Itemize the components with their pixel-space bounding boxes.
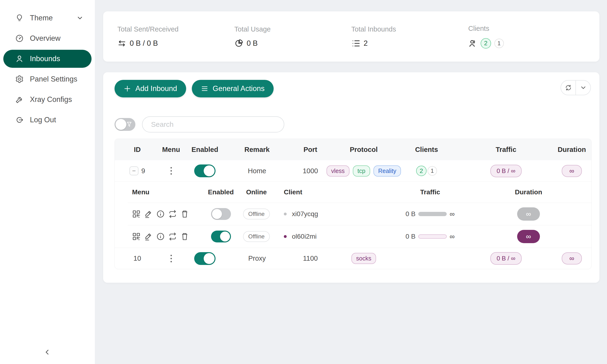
duration-pill: ∞ bbox=[562, 252, 582, 264]
transfer-icon bbox=[117, 39, 126, 48]
client-name: ol60i2mi bbox=[292, 233, 317, 240]
clients-online-badge: 2 bbox=[416, 166, 427, 176]
row-menu-button[interactable] bbox=[169, 253, 173, 264]
client-enabled-toggle[interactable] bbox=[211, 208, 231, 220]
online-status-badge: Offline bbox=[243, 208, 270, 220]
traffic-pill: 0 B / ∞ bbox=[490, 165, 521, 177]
plus-icon bbox=[123, 85, 131, 92]
stat-total-inbounds: Total Inbounds 2 bbox=[351, 25, 468, 48]
stat-label: Total Sent/Received bbox=[117, 25, 234, 33]
sub-col-header-enabled: Enabled bbox=[204, 188, 238, 196]
sidebar: Theme Overview Inbounds Panel Settings bbox=[0, 0, 95, 364]
inbound-id: 9 bbox=[141, 167, 145, 175]
qr-code-icon[interactable] bbox=[132, 232, 141, 241]
delete-icon[interactable] bbox=[180, 210, 189, 218]
stat-label: Clients bbox=[468, 25, 585, 32]
sidebar-item-theme[interactable]: Theme bbox=[3, 9, 92, 27]
client-row-ol60i2mi: Offline ol60i2mi 0 B ∞ ∞ bbox=[128, 225, 591, 248]
protocol-tag-socks: socks bbox=[351, 253, 376, 264]
refresh-icon bbox=[565, 84, 572, 91]
edit-icon[interactable] bbox=[144, 210, 153, 218]
sidebar-item-label: Overview bbox=[30, 34, 60, 43]
add-inbound-label: Add Inbound bbox=[135, 84, 177, 93]
col-header-remark: Remark bbox=[227, 146, 287, 154]
col-header-clients: Clients bbox=[393, 146, 460, 154]
inbound-remark: Home bbox=[227, 167, 287, 175]
info-icon[interactable] bbox=[156, 210, 165, 218]
filter-icon bbox=[126, 121, 132, 128]
stat-clients: Clients 2 1 bbox=[468, 25, 585, 49]
duration-pill: ∞ bbox=[562, 165, 582, 177]
refresh-options-button[interactable] bbox=[575, 80, 590, 95]
sub-col-header-menu: Menu bbox=[128, 188, 204, 196]
sub-col-header-client: Client bbox=[275, 188, 370, 196]
sidebar-collapse-button[interactable] bbox=[42, 347, 53, 358]
pie-icon bbox=[234, 39, 243, 48]
sidebar-item-overview[interactable]: Overview bbox=[3, 29, 92, 47]
col-header-port: Port bbox=[287, 146, 334, 154]
inbound-enabled-toggle[interactable] bbox=[194, 252, 215, 265]
sidebar-item-label: Theme bbox=[30, 14, 53, 22]
sidebar-item-panel-settings[interactable]: Panel Settings bbox=[3, 70, 92, 88]
inbound-id: 10 bbox=[133, 255, 141, 262]
stat-label: Total Usage bbox=[234, 25, 351, 33]
reset-traffic-icon[interactable] bbox=[168, 232, 177, 241]
col-header-traffic: Traffic bbox=[460, 146, 552, 154]
sub-table-header-row: Menu Enabled Online Client Traffic Durat… bbox=[128, 182, 591, 203]
online-status-badge: Offline bbox=[243, 231, 270, 242]
inbounds-table: ID Menu Enabled Remark Port Protocol Cli… bbox=[115, 139, 592, 269]
logout-icon bbox=[15, 116, 24, 124]
client-enabled-toggle[interactable] bbox=[211, 231, 231, 242]
chevron-down-icon bbox=[76, 14, 83, 22]
sidebar-item-xray-configs[interactable]: Xray Configs bbox=[3, 91, 92, 108]
reset-traffic-icon[interactable] bbox=[168, 210, 177, 218]
col-header-enabled: Enabled bbox=[182, 146, 227, 154]
client-duration-badge: ∞ bbox=[517, 230, 540, 243]
edit-icon[interactable] bbox=[144, 232, 153, 241]
delete-icon[interactable] bbox=[180, 232, 189, 241]
row-menu-button[interactable] bbox=[169, 166, 173, 176]
chevron-down-icon bbox=[580, 84, 587, 91]
traffic-limit: ∞ bbox=[449, 210, 455, 218]
info-icon[interactable] bbox=[156, 232, 165, 241]
filter-toggle[interactable] bbox=[115, 118, 135, 131]
gauge-icon bbox=[15, 34, 24, 43]
client-status-dot bbox=[284, 213, 287, 215]
col-header-menu: Menu bbox=[160, 146, 182, 154]
gear-icon bbox=[15, 75, 24, 83]
lightbulb-icon bbox=[15, 14, 24, 22]
collapse-row-button[interactable]: − bbox=[130, 166, 138, 175]
stat-value: 2 bbox=[364, 39, 368, 48]
col-header-id: ID bbox=[115, 146, 160, 154]
client-traffic-used: 0 B bbox=[406, 210, 415, 218]
stat-total-usage: Total Usage 0 B bbox=[234, 25, 351, 48]
table-row-inbound-10: 10 Proxy 1100 socks 0 B / ∞ ∞ bbox=[115, 248, 591, 269]
sidebar-item-log-out[interactable]: Log Out bbox=[3, 111, 92, 129]
wrench-icon bbox=[15, 95, 24, 104]
clients-depleted-badge: 1 bbox=[494, 39, 504, 48]
sub-col-header-online: Online bbox=[238, 188, 275, 196]
inbound-port: 1100 bbox=[287, 255, 334, 262]
add-inbound-button[interactable]: Add Inbound bbox=[115, 80, 186, 97]
stat-total-sent-received: Total Sent/Received 0 B / 0 B bbox=[117, 25, 234, 48]
general-actions-button[interactable]: General Actions bbox=[192, 80, 274, 97]
protocol-tag-vless: vless bbox=[327, 165, 349, 177]
inbound-9-clients-section: Menu Enabled Online Client Traffic Durat… bbox=[115, 182, 591, 248]
refresh-button[interactable] bbox=[561, 80, 575, 95]
col-header-duration: Duration bbox=[552, 146, 591, 154]
traffic-progress-bar bbox=[418, 212, 447, 216]
inbound-enabled-toggle[interactable] bbox=[194, 165, 215, 177]
traffic-progress-bar bbox=[418, 234, 447, 239]
stat-label: Total Inbounds bbox=[351, 25, 468, 33]
table-header-row: ID Menu Enabled Remark Port Protocol Cli… bbox=[115, 139, 591, 160]
sidebar-item-inbounds[interactable]: Inbounds bbox=[3, 50, 92, 68]
qr-code-icon[interactable] bbox=[132, 210, 141, 218]
client-row-xi07ycqg: Offline xi07ycqg 0 B ∞ ∞ bbox=[128, 203, 591, 225]
sidebar-item-label: Log Out bbox=[30, 116, 56, 124]
stat-value: 0 B bbox=[247, 39, 258, 48]
sidebar-item-label: Panel Settings bbox=[30, 75, 77, 83]
sub-col-header-traffic: Traffic bbox=[370, 188, 490, 196]
list-icon bbox=[351, 39, 360, 48]
search-input[interactable] bbox=[142, 116, 284, 132]
stats-card: Total Sent/Received 0 B / 0 B Total Usag… bbox=[103, 11, 599, 62]
